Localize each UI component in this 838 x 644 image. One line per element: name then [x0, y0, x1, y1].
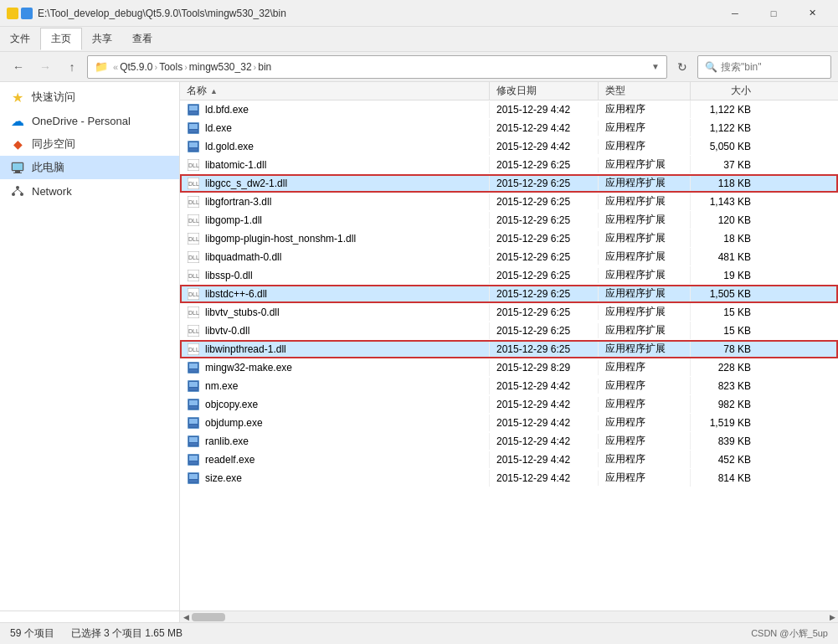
file-date: 2015-12-29 4:42 — [490, 434, 599, 449]
col-header-date[interactable]: 修改日期 — [490, 82, 599, 100]
table-row[interactable]: DLL libgomp-plugin-host_nonshm-1.dll 201… — [180, 229, 838, 248]
selected-items-info: 已选择 3 个项目 1.65 MB — [71, 626, 183, 641]
breadcrumb-mingw[interactable]: mingw530_32 — [189, 61, 252, 73]
back-button[interactable]: ← — [7, 55, 30, 79]
breadcrumb-tools[interactable]: Tools — [159, 61, 183, 73]
sidebar-item-thispc[interactable]: 此电脑 — [0, 156, 179, 179]
address-box[interactable]: 📁 « Qt5.9.0 › Tools › mingw530_32 › bin … — [87, 55, 667, 79]
dll-icon: DLL — [187, 269, 200, 282]
exe-icon — [187, 398, 200, 411]
sidebar-item-quickaccess[interactable]: ★ 快速访问 — [0, 85, 179, 109]
file-name-cell: DLL libvtv-0.dll — [180, 322, 490, 339]
file-type: 应用程序扩展 — [599, 156, 691, 173]
refresh-button[interactable]: ↻ — [671, 55, 694, 79]
table-row[interactable]: nm.exe 2015-12-29 4:42 应用程序 823 KB — [180, 377, 838, 395]
dll-icon: DLL — [187, 195, 200, 209]
main-content: ★ 快速访问 ☁ OneDrive - Personal ◆ 同步空间 — [0, 82, 838, 611]
file-name: libssp-0.dll — [205, 270, 253, 281]
table-row[interactable]: DLL libssp-0.dll 2015-12-29 6:25 应用程序扩展 … — [180, 266, 838, 285]
breadcrumb-bin: bin — [258, 61, 271, 73]
menu-bar: 文件 主页 共享 查看 — [0, 27, 838, 52]
table-row[interactable]: readelf.exe 2015-12-29 4:42 应用程序 452 KB — [180, 451, 838, 469]
table-row[interactable]: DLL libgomp-1.dll 2015-12-29 6:25 应用程序扩展… — [180, 211, 838, 229]
svg-line-8 — [18, 189, 22, 193]
menu-home[interactable]: 主页 — [40, 28, 82, 50]
file-type: 应用程序扩展 — [599, 174, 691, 192]
file-name: libvtv_stubs-0.dll — [205, 307, 280, 318]
sidebar-network-label: Network — [32, 185, 72, 198]
exe-icon — [187, 140, 200, 153]
search-box[interactable]: 🔍 — [697, 55, 831, 79]
address-dropdown-icon[interactable]: ▼ — [651, 62, 660, 71]
forward-button[interactable]: → — [33, 55, 57, 79]
hscroll-left-arrow[interactable]: ◀ — [180, 611, 192, 623]
file-size: 228 KB — [691, 360, 758, 375]
search-input[interactable] — [721, 61, 824, 73]
hscroll-right-arrow[interactable]: ▶ — [826, 611, 838, 623]
table-row[interactable]: DLL libwinpthread-1.dll 2015-12-29 6:25 … — [180, 340, 838, 358]
sidebar-item-network[interactable]: Network — [0, 179, 179, 203]
file-date: 2015-12-29 6:25 — [490, 323, 599, 338]
table-row[interactable]: DLL libatomic-1.dll 2015-12-29 6:25 应用程序… — [180, 156, 838, 174]
cloud-icon: ☁ — [10, 113, 25, 128]
sidebar-item-syncspace[interactable]: ◆ 同步空间 — [0, 132, 179, 156]
hscroll-track[interactable]: ◀ ▶ — [180, 611, 838, 622]
table-row[interactable]: mingw32-make.exe 2015-12-29 8:29 应用程序 22… — [180, 358, 838, 377]
file-type: 应用程序 — [599, 100, 691, 118]
table-row[interactable]: DLL libgcc_s_dw2-1.dll 2015-12-29 6:25 应… — [180, 174, 838, 193]
col-header-type[interactable]: 类型 — [599, 82, 691, 100]
col-header-size[interactable]: 大小 — [691, 82, 758, 100]
table-row[interactable]: ld.bfd.exe 2015-12-29 4:42 应用程序 1,122 KB — [180, 100, 838, 119]
svg-rect-11 — [189, 106, 198, 111]
file-date: 2015-12-29 6:25 — [490, 194, 599, 209]
close-button[interactable]: ✕ — [793, 0, 831, 27]
file-size: 823 KB — [691, 379, 758, 394]
file-date: 2015-12-29 6:25 — [490, 176, 599, 191]
menu-file[interactable]: 文件 — [0, 28, 40, 49]
file-name-cell: DLL libquadmath-0.dll — [180, 249, 490, 265]
menu-view[interactable]: 查看 — [122, 28, 162, 49]
maximize-button[interactable]: □ — [754, 0, 793, 27]
svg-text:DLL: DLL — [188, 181, 199, 187]
title-icons — [7, 8, 33, 19]
file-date: 2015-12-29 6:25 — [490, 250, 599, 265]
file-name-cell: DLL libgcc_s_dw2-1.dll — [180, 175, 490, 192]
svg-rect-45 — [189, 363, 198, 368]
minimize-button[interactable]: ─ — [716, 0, 754, 27]
table-row[interactable]: DLL libstdc++-6.dll 2015-12-29 6:25 应用程序… — [180, 285, 838, 303]
file-type: 应用程序 — [599, 469, 691, 487]
svg-text:DLL: DLL — [188, 310, 199, 316]
svg-rect-49 — [189, 382, 198, 387]
table-row[interactable]: size.exe 2015-12-29 4:42 应用程序 814 KB — [180, 469, 838, 487]
file-name-cell: nm.exe — [180, 378, 490, 394]
file-type: 应用程序扩展 — [599, 340, 691, 358]
file-size: 1,519 KB — [691, 415, 758, 430]
table-row[interactable]: ld.exe 2015-12-29 4:42 应用程序 1,122 KB — [180, 119, 838, 137]
svg-rect-58 — [189, 425, 198, 427]
file-name-cell: mingw32-make.exe — [180, 359, 490, 376]
table-row[interactable]: DLL libquadmath-0.dll 2015-12-29 6:25 应用… — [180, 248, 838, 266]
table-row[interactable]: DLL libvtv-0.dll 2015-12-29 6:25 应用程序扩展 … — [180, 322, 838, 340]
breadcrumb-qt590[interactable]: Qt5.9.0 — [120, 61, 152, 73]
table-row[interactable]: ld.gold.exe 2015-12-29 4:42 应用程序 5,050 K… — [180, 137, 838, 156]
sidebar-item-onedrive[interactable]: ☁ OneDrive - Personal — [0, 109, 179, 132]
file-date: 2015-12-29 6:25 — [490, 213, 599, 228]
table-row[interactable]: ranlib.exe 2015-12-29 4:42 应用程序 839 KB — [180, 432, 838, 451]
table-row[interactable]: objcopy.exe 2015-12-29 4:42 应用程序 982 KB — [180, 395, 838, 414]
window-controls: ─ □ ✕ — [716, 0, 831, 27]
file-name-cell: ld.gold.exe — [180, 138, 490, 155]
table-row[interactable]: DLL libvtv_stubs-0.dll 2015-12-29 6:25 应… — [180, 303, 838, 322]
hscroll-thumb[interactable] — [192, 613, 225, 621]
menu-share[interactable]: 共享 — [82, 28, 122, 49]
col-header-name[interactable]: 名称 ▲ — [180, 82, 490, 100]
table-row[interactable]: objdump.exe 2015-12-29 4:42 应用程序 1,519 K… — [180, 414, 838, 432]
search-icon: 🔍 — [705, 61, 717, 73]
table-row[interactable]: DLL libgfortran-3.dll 2015-12-29 6:25 应用… — [180, 193, 838, 211]
file-size: 78 KB — [691, 342, 758, 357]
svg-rect-69 — [189, 474, 198, 479]
file-date: 2015-12-29 4:42 — [490, 102, 599, 117]
file-date: 2015-12-29 6:25 — [490, 231, 599, 246]
file-name-cell: ld.exe — [180, 120, 490, 137]
up-button[interactable]: ↑ — [60, 55, 84, 79]
file-type: 应用程序 — [599, 432, 691, 450]
